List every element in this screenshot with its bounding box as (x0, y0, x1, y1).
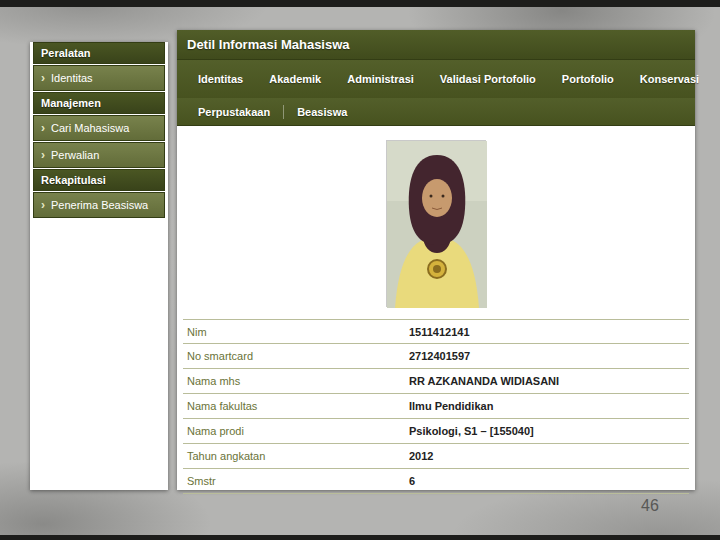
sidebar-item-perwalian[interactable]: › Perwalian (33, 142, 165, 168)
sidebar-section-rekapitulasi: Rekapitulasi (33, 169, 165, 191)
detail-label: Smstr (187, 475, 409, 487)
sidebar-section-manajemen: Manajemen (33, 92, 165, 114)
chevron-right-icon: › (41, 122, 45, 134)
bottom-border-bar (0, 535, 720, 540)
table-row: Smstr 6 (183, 469, 689, 494)
detail-label: Tahun angkatan (187, 450, 409, 462)
sidebar-item-penerima-beasiswa[interactable]: › Penerima Beasiswa (33, 192, 165, 218)
detail-value: 2012 (409, 450, 433, 462)
chevron-right-icon: › (41, 199, 45, 211)
detail-value: 2712401597 (409, 350, 470, 362)
sidebar: Peralatan › Identitas Manajemen › Cari M… (30, 42, 168, 490)
tab-administrasi[interactable]: Administrasi (334, 73, 427, 85)
tab-beasiswa[interactable]: Beasiswa (284, 106, 360, 118)
tab-identitas[interactable]: Identitas (185, 73, 256, 85)
sidebar-item-label: Identitas (51, 72, 93, 84)
table-row: Nim 1511412141 (183, 319, 689, 344)
detail-label: Nama fakultas (187, 400, 409, 412)
detail-label: Nim (187, 326, 409, 338)
table-row: Nama fakultas Ilmu Pendidikan (183, 394, 689, 419)
student-detail-table: Nim 1511412141 No smartcard 2712401597 N… (183, 319, 689, 494)
table-row: No smartcard 2712401597 (183, 344, 689, 369)
student-detail-content: Nim 1511412141 No smartcard 2712401597 N… (177, 126, 695, 494)
chevron-right-icon: › (41, 149, 45, 161)
table-row: Nama prodi Psikologi, S1 – [155040] (183, 419, 689, 444)
student-photo-frame (386, 140, 486, 307)
detail-value: Ilmu Pendidikan (409, 400, 493, 412)
sidebar-item-cari-mahasiswa[interactable]: › Cari Mahasiswa (33, 115, 165, 141)
sidebar-item-label: Perwalian (51, 149, 99, 161)
sidebar-section-label: Peralatan (41, 47, 91, 59)
tab-bar-row1: Identitas Akademik Administrasi Validasi… (177, 60, 695, 98)
tab-akademik[interactable]: Akademik (256, 73, 334, 85)
top-border-bar (0, 0, 720, 7)
tab-perpustakaan[interactable]: Perpustakaan (185, 106, 283, 118)
sidebar-section-label: Rekapitulasi (41, 174, 106, 186)
detail-value: RR AZKANANDA WIDIASANI (409, 375, 559, 387)
table-row: Tahun angkatan 2012 (183, 444, 689, 469)
slide-page-number: 46 (641, 497, 659, 515)
detail-value: 1511412141 (409, 326, 470, 338)
student-photo (387, 141, 487, 308)
detail-label: No smartcard (187, 350, 409, 362)
tab-konservasi[interactable]: Konservasi (627, 73, 712, 85)
sidebar-item-label: Penerima Beasiswa (51, 199, 148, 211)
detail-value: 6 (409, 475, 415, 487)
sidebar-section-label: Manajemen (41, 97, 101, 109)
chevron-right-icon: › (41, 72, 45, 84)
sidebar-section-peralatan: Peralatan (33, 42, 165, 64)
detail-label: Nama mhs (187, 375, 409, 387)
detail-value: Psikologi, S1 – [155040] (409, 425, 534, 437)
sidebar-item-label: Cari Mahasiswa (51, 122, 129, 134)
detail-label: Nama prodi (187, 425, 409, 437)
main-panel: Detil Informasi Mahasiswa Identitas Akad… (177, 30, 695, 490)
sidebar-item-identitas[interactable]: › Identitas (33, 65, 165, 91)
tab-bar-row2: Perpustakaan Beasiswa (177, 98, 695, 126)
page-title: Detil Informasi Mahasiswa (177, 30, 695, 60)
table-row: Nama mhs RR AZKANANDA WIDIASANI (183, 369, 689, 394)
tab-validasi-portofolio[interactable]: Validasi Portofolio (427, 73, 549, 85)
tab-portofolio[interactable]: Portofolio (549, 73, 627, 85)
presentation-slide: Peralatan › Identitas Manajemen › Cari M… (0, 0, 720, 540)
